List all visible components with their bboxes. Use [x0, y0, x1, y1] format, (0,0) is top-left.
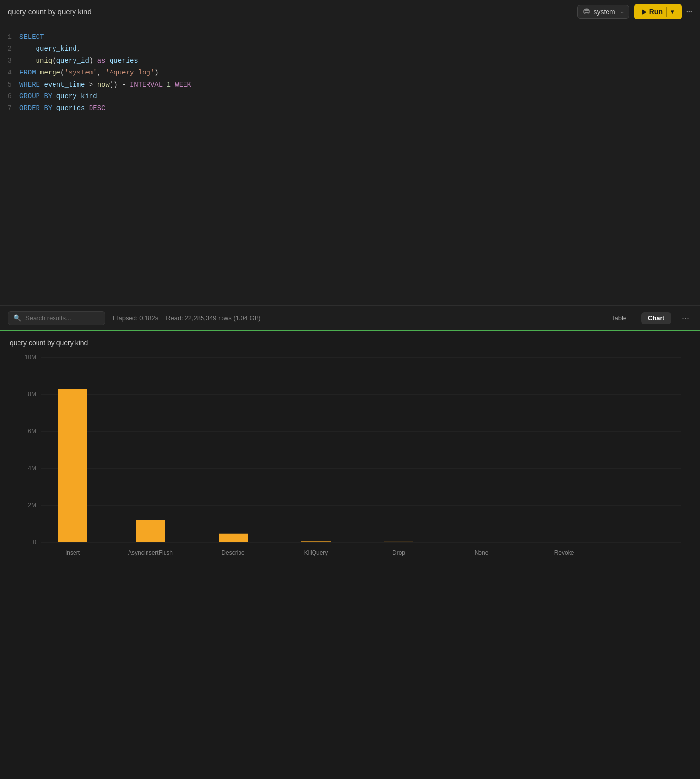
line-number-2: 2 [0, 43, 19, 54]
results-bar: 🔍 Elapsed: 0.182s Read: 22,285,349 rows … [0, 306, 700, 331]
chart-view-button[interactable]: Chart [641, 312, 671, 324]
read-text: Read: 22,285,349 rows (1.04 GB) [166, 315, 260, 322]
bar-describe [219, 534, 248, 542]
y-label-0: 0 [33, 539, 36, 546]
chart-title: query count by query kind [10, 339, 690, 347]
x-label-killquery: KillQuery [304, 549, 328, 556]
line-number-6: 6 [0, 91, 19, 102]
y-label-10m: 10M [25, 354, 36, 361]
elapsed-text: Elapsed: 0.182s [113, 315, 158, 322]
play-icon: ▶ [642, 8, 646, 15]
line-number-7: 7 [0, 103, 19, 113]
editor-line-6: 6 GROUP BY query_kind [0, 91, 700, 102]
top-bar: query count by query kind system ⌄ ▶ Run… [0, 0, 700, 23]
page-title: query count by query kind [8, 7, 92, 16]
x-label-insert: Insert [65, 549, 80, 556]
run-label: Run [649, 8, 663, 16]
x-label-drop: Drop [392, 549, 405, 556]
x-label-revoke: Revoke [554, 549, 574, 556]
y-label-6m: 6M [28, 428, 36, 435]
sql-editor[interactable]: 1 SELECT 2 query_kind, 3 uniq(query_id) … [0, 23, 700, 306]
line-content-4: FROM merge('system', '^query_log') [19, 67, 159, 78]
line-number-1: 1 [0, 32, 19, 42]
editor-line-3: 3 uniq(query_id) as queries [0, 55, 700, 67]
chevron-icon: ⌄ [620, 9, 624, 14]
bar-killquery [301, 541, 331, 542]
search-box[interactable]: 🔍 [8, 311, 105, 325]
line-number-3: 3 [0, 56, 19, 66]
bar-insert [58, 389, 87, 542]
editor-line-4: 4 FROM merge('system', '^query_log') [0, 67, 700, 78]
y-label-4m: 4M [28, 465, 36, 472]
x-label-none: None [475, 549, 489, 556]
divider [666, 7, 667, 17]
editor-line-1: 1 SELECT [0, 31, 700, 43]
editor-line-5: 5 WHERE event_time > now() - INTERVAL 1 … [0, 79, 700, 91]
line-number-4: 4 [0, 67, 19, 78]
line-content-2: query_kind, [19, 43, 81, 54]
line-content-1: SELECT [19, 32, 44, 42]
database-selector[interactable]: system ⌄ [577, 5, 629, 19]
table-view-button[interactable]: Table [605, 312, 633, 324]
database-icon [583, 8, 590, 16]
svg-point-0 [584, 8, 589, 11]
more-options-button[interactable]: ··· [679, 312, 692, 324]
line-number-5: 5 [0, 79, 19, 90]
line-content-7: ORDER BY queries DESC [19, 103, 105, 113]
run-button[interactable]: ▶ Run ▾ [634, 4, 682, 19]
more-options-icon[interactable]: ⋯ [686, 5, 692, 18]
database-name: system [593, 8, 615, 16]
bar-none [467, 542, 496, 542]
y-label-2m: 2M [28, 502, 36, 509]
editor-line-7: 7 ORDER BY queries DESC [0, 102, 700, 114]
chart-section: query count by query kind 10M 8M 6M 4M 2… [0, 331, 700, 576]
x-label-describe: Describe [221, 549, 245, 556]
search-input[interactable] [25, 315, 93, 322]
top-bar-right: system ⌄ ▶ Run ▾ ⋯ [577, 4, 692, 19]
line-content-5: WHERE event_time > now() - INTERVAL 1 WE… [19, 79, 191, 90]
line-content-3: uniq(query_id) as queries [19, 56, 138, 66]
chart-svg: 10M 8M 6M 4M 2M 0 Insert AsyncInsertFlus… [10, 352, 690, 576]
editor-line-2: 2 query_kind, [0, 43, 700, 55]
chart-container: 10M 8M 6M 4M 2M 0 Insert AsyncInsertFlus… [10, 352, 690, 576]
search-icon: 🔍 [13, 314, 21, 322]
chevron-down-icon[interactable]: ▾ [671, 8, 674, 15]
line-content-6: GROUP BY query_kind [19, 91, 97, 102]
bar-drop [384, 542, 413, 542]
y-label-8m: 8M [28, 391, 36, 398]
bar-asyncinsertflush [136, 520, 165, 542]
x-label-asyncinsertflush: AsyncInsertFlush [128, 549, 173, 556]
